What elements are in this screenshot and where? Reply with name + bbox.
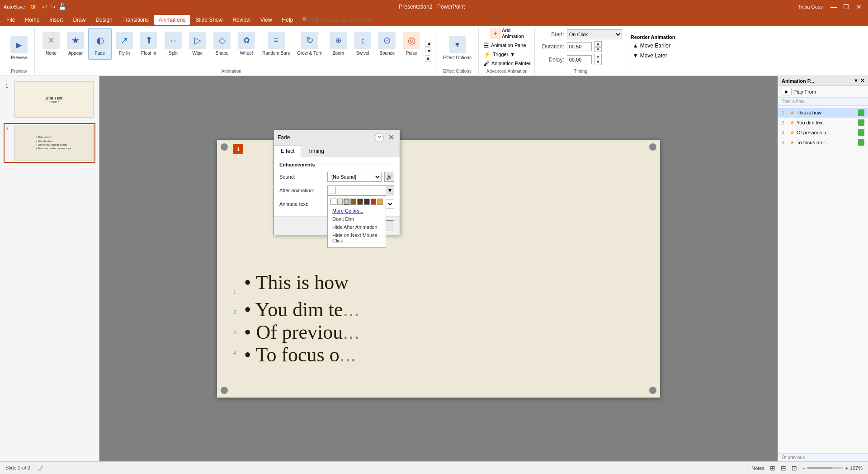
anim-pulse-btn[interactable]: ◎ Pulse bbox=[400, 28, 423, 60]
hide-after-anim-option[interactable]: Hide After Animation bbox=[330, 223, 383, 231]
anim-scroll-down[interactable]: ▼ bbox=[425, 47, 430, 54]
anim-fade-btn[interactable]: ◐ Fade bbox=[88, 28, 112, 60]
menu-file[interactable]: File bbox=[2, 15, 19, 25]
anim-item-4[interactable]: 4 ★ To focus on t... bbox=[778, 137, 868, 147]
close-btn[interactable]: ✕ bbox=[854, 2, 864, 11]
menu-help[interactable]: Help bbox=[278, 15, 298, 25]
save-btn[interactable]: 💾 bbox=[58, 3, 66, 10]
preview-icon: ▶ bbox=[10, 36, 28, 53]
zoom-slider[interactable] bbox=[807, 467, 843, 469]
more-colors-link[interactable]: More Colors... bbox=[330, 207, 383, 215]
anim-shape-btn[interactable]: ◇ Shape bbox=[210, 28, 234, 60]
move-later-btn[interactable]: ▼ Move Later bbox=[631, 52, 675, 60]
menu-insert[interactable]: Insert bbox=[45, 15, 67, 25]
swatch-red[interactable] bbox=[371, 199, 377, 205]
anim-bounce-btn[interactable]: ⊙ Bounce bbox=[375, 28, 399, 60]
anim-randombars-btn[interactable]: ≡ Random Bars bbox=[259, 28, 293, 60]
effect-options-btn[interactable]: ▼ Effect Options bbox=[440, 33, 475, 64]
swatch-black[interactable] bbox=[364, 199, 370, 205]
anim-item-3[interactable]: 3 ★ Of previous b... bbox=[778, 128, 868, 137]
slide-thumb-2[interactable]: 2 • This is how • You dim text • Of prev… bbox=[4, 123, 95, 163]
delay-up[interactable]: ▲ bbox=[594, 54, 602, 59]
autosave-toggle[interactable]: Off bbox=[28, 4, 39, 10]
pane-chevron[interactable]: ▼ bbox=[854, 78, 859, 84]
view-outline-btn[interactable]: ⊟ bbox=[781, 465, 786, 472]
zoom-level: 107% bbox=[850, 465, 863, 471]
anim-item-2[interactable]: 2 ★ You dim text bbox=[778, 118, 868, 128]
add-animation-btn[interactable]: + AddAnimation bbox=[483, 28, 531, 39]
hide-on-mouse-option[interactable]: Hide on Next Mouse Click bbox=[330, 231, 383, 245]
start-select[interactable]: On Click With Previous After Previous bbox=[567, 29, 622, 39]
slide-info: Slide 2 of 2 📝 bbox=[5, 465, 43, 471]
duration-input[interactable] bbox=[567, 42, 592, 51]
anim-scroll-up[interactable]: ▲ bbox=[425, 40, 430, 47]
preview-btn[interactable]: ▶ Preview bbox=[7, 33, 31, 64]
trigger-btn[interactable]: ⚡ Trigger ▼ bbox=[483, 51, 531, 58]
anim-none-btn[interactable]: ✕ None bbox=[39, 28, 63, 60]
swatch-brown[interactable] bbox=[350, 199, 356, 205]
zoom-out-btn[interactable]: − bbox=[802, 465, 805, 471]
menu-view[interactable]: View bbox=[256, 15, 277, 25]
fade-dialog: Fade ? ✕ Effect Timing Enhancements Soun… bbox=[274, 130, 400, 235]
search-input[interactable] bbox=[311, 17, 401, 23]
restore-btn[interactable]: ❐ bbox=[841, 2, 852, 11]
menu-review[interactable]: Review bbox=[228, 15, 255, 25]
notes-btn[interactable]: Notes bbox=[751, 465, 764, 471]
color-swatches-popup: More Colors... Don't Dim Hide After Anim… bbox=[327, 195, 386, 248]
slide-notes-btn[interactable]: 📝 bbox=[37, 465, 43, 470]
sound-select[interactable]: [No Sound] bbox=[327, 172, 382, 182]
dialog-tab-effect[interactable]: Effect bbox=[274, 145, 301, 156]
anim-appear-btn[interactable]: ★ Appear bbox=[64, 28, 87, 60]
bounce-icon: ⊙ bbox=[378, 32, 396, 49]
swatch-cream[interactable] bbox=[337, 199, 343, 205]
dialog-help-btn[interactable]: ? bbox=[375, 133, 384, 142]
swatch-dark-brown[interactable] bbox=[357, 199, 363, 205]
anim-more[interactable]: ≡ bbox=[425, 55, 430, 62]
anim-wheel-btn[interactable]: ✿ Wheel bbox=[235, 28, 258, 60]
anim-growturn-btn[interactable]: ↻ Grow & Turn bbox=[294, 28, 326, 60]
anim-floatin-btn[interactable]: ⬆ Float In bbox=[137, 28, 160, 60]
pane-close-icon[interactable]: ✕ bbox=[860, 78, 864, 84]
anim-wipe-btn[interactable]: ▷ Wipe bbox=[186, 28, 209, 60]
anim-item-3-icon bbox=[858, 129, 864, 136]
menu-home[interactable]: Home bbox=[20, 15, 44, 25]
animation-painter-btn[interactable]: 🖌 Animation Painter bbox=[483, 60, 531, 67]
duration-down[interactable]: ▼ bbox=[594, 47, 602, 52]
anim-split-btn[interactable]: ↔ Split bbox=[161, 28, 185, 60]
anim-zoom-btn[interactable]: ⊕ Zoom bbox=[326, 28, 350, 60]
redo-btn[interactable]: ↪ bbox=[50, 3, 56, 10]
undo-btn[interactable]: ↩ bbox=[42, 3, 47, 10]
menu-transitions[interactable]: Transitions bbox=[118, 15, 153, 25]
view-reading-btn[interactable]: ⊡ bbox=[792, 465, 797, 472]
anim-item-1[interactable]: 1 ★ This is how bbox=[778, 108, 868, 118]
animation-pane-btn[interactable]: ☰ Animation Pane bbox=[483, 42, 531, 49]
sound-browse-btn[interactable]: 🔊 bbox=[384, 172, 394, 182]
play-from-btn[interactable]: ▶ bbox=[782, 88, 792, 95]
menu-slideshow[interactable]: Slide Show bbox=[191, 15, 227, 25]
zoom-in-btn[interactable]: + bbox=[845, 465, 848, 471]
move-earlier-label: Move Earlier bbox=[640, 43, 670, 49]
dialog-tabs: Effect Timing bbox=[274, 145, 400, 156]
animation-pane-header: Animation P... ▼ ✕ bbox=[778, 76, 868, 86]
dialog-close-btn[interactable]: ✕ bbox=[387, 134, 396, 141]
dont-dim-option[interactable]: Don't Dim bbox=[330, 215, 383, 223]
swatch-tan[interactable] bbox=[344, 199, 349, 205]
after-anim-color[interactable]: ▼ bbox=[327, 185, 394, 195]
move-earlier-btn[interactable]: ▲ Move Earlier bbox=[631, 42, 675, 50]
duration-up[interactable]: ▲ bbox=[594, 41, 602, 47]
slide-thumb-1[interactable]: 1 Dim Text Starter bbox=[4, 80, 95, 119]
delay-input[interactable] bbox=[567, 55, 592, 64]
menu-animations[interactable]: Animations bbox=[154, 15, 190, 25]
view-normal-btn[interactable]: ⊞ bbox=[770, 465, 775, 472]
anim-swivel-btn[interactable]: ↕ Swivel bbox=[351, 28, 374, 60]
swatch-white[interactable] bbox=[330, 199, 336, 205]
menu-draw[interactable]: Draw bbox=[68, 15, 90, 25]
dialog-tab-timing[interactable]: Timing bbox=[301, 145, 331, 156]
menu-design[interactable]: Design bbox=[91, 15, 117, 25]
titlebar: AutoSave Off ↩ ↪ 💾 Presentation2 - Power… bbox=[0, 0, 868, 14]
minimize-btn[interactable]: — bbox=[828, 2, 839, 11]
anim-flyin-btn[interactable]: ↗ Fly In bbox=[113, 28, 136, 60]
delay-down[interactable]: ▼ bbox=[594, 60, 602, 65]
swatch-orange[interactable] bbox=[377, 199, 383, 205]
after-anim-dropdown[interactable]: ▼ bbox=[386, 186, 394, 195]
